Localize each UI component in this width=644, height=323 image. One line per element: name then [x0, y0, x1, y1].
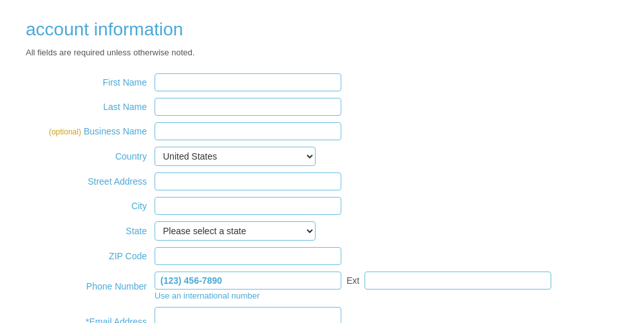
- ext-label: Ext: [346, 275, 359, 286]
- business-name-label: (optional)Business Name: [26, 119, 155, 143]
- last-name-row: Last Name: [26, 95, 551, 119]
- country-row: Country United States Canada United King…: [26, 143, 551, 169]
- street-address-input-cell: [155, 169, 551, 194]
- page-title: account information: [26, 19, 618, 40]
- email-label: *Email Address: [26, 304, 155, 323]
- international-number-link[interactable]: Use an international number: [155, 291, 551, 300]
- email-input[interactable]: [155, 307, 341, 323]
- email-row: *Email Address *Your receipt will be sen…: [26, 304, 551, 323]
- first-name-input[interactable]: [155, 73, 341, 91]
- zip-code-label: ZIP Code: [26, 244, 155, 268]
- business-name-row: (optional)Business Name: [26, 119, 551, 143]
- first-name-input-cell: [155, 70, 551, 95]
- last-name-input-cell: [155, 95, 551, 119]
- optional-tag: (optional): [49, 127, 81, 136]
- street-address-row: Street Address: [26, 169, 551, 194]
- first-name-label: First Name: [26, 70, 155, 95]
- last-name-input[interactable]: [155, 98, 341, 116]
- state-input-cell: Please select a state Alabama Alaska Ari…: [155, 218, 551, 244]
- first-name-row: First Name: [26, 70, 551, 95]
- city-input-cell: [155, 194, 551, 218]
- city-input[interactable]: [155, 197, 341, 215]
- state-select[interactable]: Please select a state Alabama Alaska Ari…: [155, 221, 316, 241]
- email-input-cell: *Your receipt will be sent to this addre…: [155, 304, 551, 323]
- country-label: Country: [26, 143, 155, 169]
- zip-code-input[interactable]: [155, 247, 341, 265]
- street-address-label: Street Address: [26, 169, 155, 194]
- account-form: First Name Last Name (optional)Business …: [26, 70, 551, 323]
- ext-input[interactable]: [365, 272, 551, 290]
- state-row: State Please select a state Alabama Alas…: [26, 218, 551, 244]
- country-select[interactable]: United States Canada United Kingdom Aust…: [155, 147, 316, 166]
- city-label: City: [26, 194, 155, 218]
- form-subtitle: All fields are required unless otherwise…: [26, 48, 618, 57]
- state-label: State: [26, 218, 155, 244]
- country-input-cell: United States Canada United Kingdom Aust…: [155, 143, 551, 169]
- zip-code-row: ZIP Code: [26, 244, 551, 268]
- zip-code-input-cell: [155, 244, 551, 268]
- last-name-label: Last Name: [26, 95, 155, 119]
- business-name-input[interactable]: [155, 122, 341, 140]
- phone-number-row: Phone Number Ext Use an international nu…: [26, 268, 551, 304]
- city-row: City: [26, 194, 551, 218]
- phone-number-input[interactable]: [155, 272, 341, 290]
- phone-number-label: Phone Number: [26, 268, 155, 304]
- business-name-input-cell: [155, 119, 551, 143]
- street-address-input[interactable]: [155, 172, 341, 190]
- phone-number-input-cell: Ext Use an international number: [155, 268, 551, 304]
- phone-row-content: Ext: [155, 272, 551, 290]
